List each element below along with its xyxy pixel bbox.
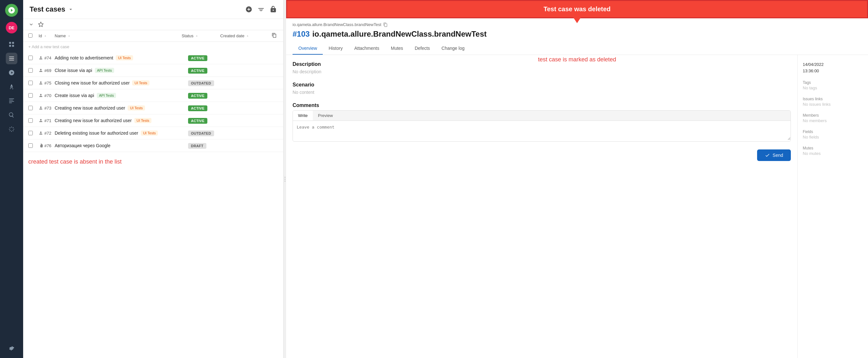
row-checkbox[interactable] [28, 131, 38, 135]
tags-value: No tags [803, 86, 863, 90]
row-checkbox[interactable] [28, 93, 38, 98]
meta-issues: Issues links No issues links [803, 97, 863, 107]
status-badge: ACTIVE [188, 68, 207, 74]
row-status: ACTIVE [188, 93, 227, 98]
right-panel: Test case was deleted io.qameta.allure.B… [286, 0, 868, 358]
row-checkbox-input[interactable] [28, 81, 33, 85]
copy-icon[interactable] [272, 33, 278, 39]
user-icon [38, 131, 43, 135]
svg-rect-2 [9, 45, 11, 47]
meta-tags: Tags No tags [803, 80, 863, 90]
row-checkbox[interactable] [28, 81, 38, 85]
banner-arrow [573, 18, 581, 23]
table-rows: #74 Adding note to advertisementUI Tests… [23, 52, 283, 152]
chevron-down-icon[interactable] [68, 6, 73, 12]
row-status: ACTIVE [188, 105, 227, 111]
members-value: No members [803, 118, 863, 123]
tab-change-log[interactable]: Change log [436, 42, 470, 55]
row-checkbox-input[interactable] [28, 68, 33, 73]
scenario-value: No content [292, 90, 791, 95]
app-logo[interactable] [5, 4, 18, 17]
collapse-icon[interactable] [28, 22, 34, 27]
row-tag: UI Tests [134, 118, 152, 123]
members-label: Members [803, 113, 863, 118]
row-checkbox[interactable] [28, 118, 38, 123]
sidebar-item-rocket[interactable] [6, 81, 18, 93]
meta-date-value: 14/04/202213:36:00 [803, 61, 863, 74]
row-tag: API Tests [97, 93, 116, 98]
comment-tab-write[interactable]: Write [293, 110, 313, 121]
status-badge: ACTIVE [188, 93, 207, 99]
comment-box: Write Preview [292, 110, 791, 142]
status-badge: ACTIVE [188, 118, 207, 124]
sidebar-item-reports[interactable] [6, 95, 18, 107]
row-status: DRAFT [188, 143, 227, 149]
tab-history[interactable]: History [323, 42, 348, 55]
select-all-checkbox[interactable] [28, 33, 38, 39]
copy-breadcrumb-icon[interactable] [383, 23, 388, 27]
absent-text: created test case is absent in the list [23, 152, 283, 172]
row-checkbox[interactable] [28, 68, 38, 73]
sidebar-item-search[interactable] [6, 109, 18, 121]
comment-tab-preview[interactable]: Preview [313, 110, 338, 121]
comment-textarea[interactable] [293, 121, 790, 140]
row-name: Closing new issue for authorized userUI … [55, 80, 188, 86]
row-checkbox-input[interactable] [28, 131, 33, 135]
row-checkbox-input[interactable] [28, 93, 33, 98]
user-avatar[interactable]: DE [6, 22, 18, 33]
description-value: No description [292, 69, 791, 74]
table-row[interactable]: #75 Closing new issue for authorized use… [23, 77, 283, 89]
col-created-date[interactable]: Created date [220, 33, 272, 38]
table-row[interactable]: #73 Creating new issue authorized userUI… [23, 102, 283, 115]
sidebar-item-test-cases[interactable] [6, 53, 18, 64]
table-row[interactable]: #70 Create issue via apiAPI Tests ACTIVE [23, 89, 283, 102]
row-checkbox-input[interactable] [28, 56, 33, 60]
row-name: Adding note to advertisementUI Tests [55, 55, 188, 60]
table-row[interactable]: #71 Creating new issue for authorized us… [23, 115, 283, 127]
toolbar-row [23, 19, 283, 30]
star-icon[interactable] [38, 22, 44, 27]
row-checkbox-input[interactable] [28, 118, 33, 123]
status-badge: OUTDATED [188, 80, 214, 86]
sidebar-item-test-runs[interactable] [6, 67, 18, 78]
row-status: ACTIVE [188, 55, 227, 61]
tab-attachments[interactable]: Attachments [348, 42, 385, 55]
tab-overview[interactable]: Overview [292, 42, 323, 55]
table-row[interactable]: #72 Deleting existing issue for authoriz… [23, 127, 283, 139]
row-checkbox-input[interactable] [28, 143, 33, 148]
table-header: Id Name Status Created date [23, 30, 283, 42]
send-button[interactable]: Send [757, 150, 791, 161]
tags-label: Tags [803, 80, 863, 85]
user-icon [38, 68, 43, 73]
row-checkbox[interactable] [28, 106, 38, 110]
row-name: Create issue via apiAPI Tests [55, 93, 188, 98]
table-row[interactable]: #69 Close issue via apiAPI Tests ACTIVE [23, 64, 283, 77]
sidebar-item-integrations[interactable] [6, 123, 18, 135]
table-row[interactable]: #76 Авторизация через Google DRAFT [23, 139, 283, 152]
row-tag: UI Tests [128, 105, 145, 110]
tab-mutes[interactable]: Mutes [385, 42, 409, 55]
row-checkbox[interactable] [28, 143, 38, 148]
add-icon[interactable] [245, 6, 252, 13]
sidebar-item-dashboard[interactable] [6, 39, 18, 50]
add-test-case-row[interactable]: + Add a new test case [23, 42, 283, 52]
row-status: ACTIVE [188, 67, 227, 73]
row-checkbox-input[interactable] [28, 106, 33, 110]
left-panel: Test cases Id Name [23, 0, 283, 358]
status-badge: ACTIVE [188, 55, 207, 61]
filter-icon[interactable] [257, 6, 265, 13]
lock-icon[interactable] [270, 6, 277, 13]
col-id[interactable]: Id [38, 33, 55, 38]
right-header: io.qameta.allure.BrandNewClass.brandNewT… [286, 18, 868, 55]
svg-rect-1 [12, 42, 14, 44]
col-status[interactable]: Status [182, 33, 220, 38]
col-name[interactable]: Name [55, 33, 182, 38]
row-id: #73 [38, 106, 55, 110]
settings-icon[interactable] [6, 343, 18, 354]
tab-defects[interactable]: Defects [409, 42, 436, 55]
checkmark-icon [765, 153, 770, 158]
table-row[interactable]: #74 Adding note to advertisementUI Tests… [23, 52, 283, 64]
row-checkbox[interactable] [28, 56, 38, 60]
resize-handle[interactable] [283, 0, 286, 358]
select-all-input[interactable] [28, 33, 32, 38]
